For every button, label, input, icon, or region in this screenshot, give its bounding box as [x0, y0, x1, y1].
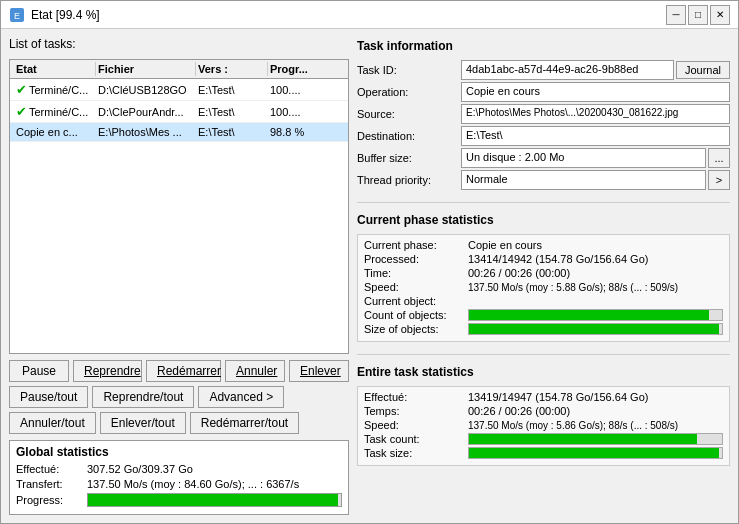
source-label: Source:	[357, 104, 457, 124]
cp-processed-row: Processed: 13414/14942 (154.78 Go/156.64…	[364, 253, 723, 265]
check-icon-1: ✔	[16, 82, 27, 97]
cp-objects-label: Count of objects:	[364, 309, 464, 321]
task-etat-2: ✔Terminé/C...	[14, 103, 96, 120]
cp-size-label: Size of objects:	[364, 323, 464, 335]
thread-value: Normale	[461, 170, 706, 190]
cp-objects-bar	[468, 309, 723, 321]
destination-label: Destination:	[357, 126, 457, 146]
titlebar-left: E Etat [99.4 %]	[9, 7, 100, 23]
pause-tout-button[interactable]: Pause/tout	[9, 386, 88, 408]
col-etat: Etat	[14, 62, 96, 76]
cp-processed-label: Processed:	[364, 253, 464, 265]
advanced-button[interactable]: Advanced >	[198, 386, 284, 408]
btn-row-3: Annuler/tout Enlever/tout Redémarrer/tou…	[9, 412, 349, 434]
col-vers: Vers :	[196, 62, 268, 76]
task-fichier-2: D:\ClePourAndr...	[96, 105, 196, 119]
redemarrer-button[interactable]: Redémarrer	[146, 360, 221, 382]
enlever-button[interactable]: Enlever	[289, 360, 349, 382]
cp-size-bar	[468, 323, 723, 335]
maximize-button[interactable]: □	[688, 5, 708, 25]
effectue-row: Effectué: 307.52 Go/309.37 Go	[16, 463, 342, 475]
annuler-tout-button[interactable]: Annuler/tout	[9, 412, 96, 434]
table-row[interactable]: ✔Terminé/C... D:\CléUSB128GO E:\Test\ 10…	[10, 79, 348, 101]
et-tasksize-bar	[468, 447, 723, 459]
cp-time-label: Time:	[364, 267, 464, 279]
cp-objects-row: Count of objects:	[364, 309, 723, 321]
task-id-label: Task ID:	[357, 60, 457, 80]
cp-objects-fill	[469, 310, 709, 320]
et-tasksize-row: Task size:	[364, 447, 723, 459]
et-speed-value: 137.50 Mo/s (moy : 5.86 Go/s); 88/s (...…	[468, 420, 723, 431]
reprendre-tout-button[interactable]: Reprendre/tout	[92, 386, 194, 408]
minimize-button[interactable]: ─	[666, 5, 686, 25]
task-id-value: 4dab1abc-a57d-44e9-ac26-9b88ed	[461, 60, 674, 80]
task-fichier-1: D:\CléUSB128GO	[96, 83, 196, 97]
task-vers-2: E:\Test\	[196, 105, 268, 119]
et-speed-row: Speed: 137.50 Mo/s (moy : 5.86 Go/s); 88…	[364, 419, 723, 431]
et-speed-label: Speed:	[364, 419, 464, 431]
et-effectue-label: Effectué:	[364, 391, 464, 403]
titlebar: E Etat [99.4 %] ─ □ ✕	[1, 1, 738, 29]
cp-speed-label: Speed:	[364, 281, 464, 293]
right-panel: Task information Task ID: 4dab1abc-a57d-…	[357, 37, 730, 515]
task-progress-2: 100....	[268, 105, 328, 119]
col-fichier: Fichier	[96, 62, 196, 76]
btn-row-1: Pause Reprendre Redémarrer Annuler Enlev…	[9, 360, 349, 382]
task-info-grid: Task ID: 4dab1abc-a57d-44e9-ac26-9b88ed …	[357, 60, 730, 190]
cp-size-fill	[469, 324, 719, 334]
thread-row: Normale >	[461, 170, 730, 190]
enlever-tout-button[interactable]: Enlever/tout	[100, 412, 186, 434]
global-stats: Global statistics Effectué: 307.52 Go/30…	[9, 440, 349, 515]
task-progress-1: 100....	[268, 83, 328, 97]
task-etat-1: ✔Terminé/C...	[14, 81, 96, 98]
task-etat-3: Copie en c...	[14, 125, 96, 139]
buffer-row: Un disque : 2.00 Mo ...	[461, 148, 730, 168]
reprendre-button[interactable]: Reprendre	[73, 360, 142, 382]
table-row[interactable]: Copie en c... E:\Photos\Mes ... E:\Test\…	[10, 123, 348, 142]
progress-label: Progress:	[16, 494, 81, 506]
et-effectue-row: Effectué: 13419/14947 (154.78 Go/156.64 …	[364, 391, 723, 403]
cp-phase-label: Current phase:	[364, 239, 464, 251]
buffer-value: Un disque : 2.00 Mo	[461, 148, 706, 168]
buffer-btn[interactable]: ...	[708, 148, 730, 168]
et-temps-value: 00:26 / 00:26 (00:00)	[468, 405, 723, 417]
et-temps-label: Temps:	[364, 405, 464, 417]
cp-object-label: Current object:	[364, 295, 464, 307]
task-table-header: Etat Fichier Vers : Progr...	[10, 60, 348, 79]
cp-speed-value: 137.50 Mo/s (moy : 5.88 Go/s); 88/s (...…	[468, 282, 723, 293]
pause-button[interactable]: Pause	[9, 360, 69, 382]
task-fichier-3: E:\Photos\Mes ...	[96, 125, 196, 139]
global-progress-bar	[87, 493, 342, 507]
task-table: Etat Fichier Vers : Progr... ✔Terminé/C.…	[9, 59, 349, 354]
cp-speed-row: Speed: 137.50 Mo/s (moy : 5.88 Go/s); 88…	[364, 281, 723, 293]
transfert-label: Transfert:	[16, 478, 81, 490]
transfert-row: Transfert: 137.50 Mo/s (moy : 84.60 Go/s…	[16, 478, 342, 490]
entire-task-title: Entire task statistics	[357, 365, 730, 379]
cp-size-row: Size of objects:	[364, 323, 723, 335]
destination-value: E:\Test\	[461, 126, 730, 146]
close-button[interactable]: ✕	[710, 5, 730, 25]
redemarrer-tout-button[interactable]: Redémarrer/tout	[190, 412, 299, 434]
et-tasksize-fill	[469, 448, 719, 458]
et-taskcount-label: Task count:	[364, 433, 464, 445]
source-value: E:\Photos\Mes Photos\...\20200430_081622…	[461, 104, 730, 124]
annuler-button[interactable]: Annuler	[225, 360, 285, 382]
cp-phase-value: Copie en cours	[468, 239, 723, 251]
operation-label: Operation:	[357, 82, 457, 102]
titlebar-controls: ─ □ ✕	[666, 5, 730, 25]
table-row[interactable]: ✔Terminé/C... D:\ClePourAndr... E:\Test\…	[10, 101, 348, 123]
left-panel: List of tasks: Etat Fichier Vers : Progr…	[9, 37, 349, 515]
thread-btn[interactable]: >	[708, 170, 730, 190]
task-id-row: 4dab1abc-a57d-44e9-ac26-9b88ed Journal	[461, 60, 730, 80]
main-content: List of tasks: Etat Fichier Vers : Progr…	[1, 29, 738, 523]
et-tasksize-label: Task size:	[364, 447, 464, 459]
effectue-value: 307.52 Go/309.37 Go	[87, 463, 342, 475]
journal-button[interactable]: Journal	[676, 61, 730, 79]
et-effectue-value: 13419/14947 (154.78 Go/156.64 Go)	[468, 391, 723, 403]
cp-processed-value: 13414/14942 (154.78 Go/156.64 Go)	[468, 253, 723, 265]
buffer-label: Buffer size:	[357, 148, 457, 168]
divider-1	[357, 202, 730, 203]
divider-2	[357, 354, 730, 355]
task-info-title: Task information	[357, 39, 730, 53]
task-vers-1: E:\Test\	[196, 83, 268, 97]
